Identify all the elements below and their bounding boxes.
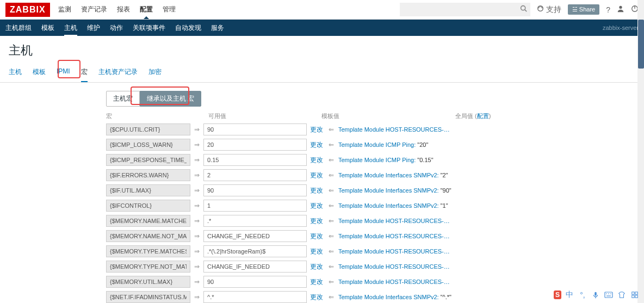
macro-name-input[interactable] bbox=[106, 139, 190, 151]
arrow-left-icon: ⇐ bbox=[329, 141, 335, 149]
macro-name-input[interactable] bbox=[106, 215, 190, 227]
topnav-item-3[interactable]: 配置 bbox=[140, 1, 153, 18]
template-link[interactable]: Template Module Interfaces SNMPv2: "90" bbox=[338, 187, 451, 194]
change-link[interactable]: 更改 bbox=[310, 217, 325, 226]
arrow-left-icon: ⇐ bbox=[329, 171, 335, 179]
ime-skin-icon[interactable] bbox=[617, 290, 627, 300]
help-icon[interactable]: ? bbox=[606, 5, 610, 14]
subnav-item-4[interactable]: 动作 bbox=[110, 20, 123, 36]
tab-5[interactable]: 加密 bbox=[148, 63, 162, 82]
template-link[interactable]: Template Module Interfaces SNMPv2: "1" bbox=[338, 202, 448, 209]
change-link[interactable]: 更改 bbox=[310, 171, 325, 180]
template-link[interactable]: Template Module Interfaces SNMPv2: "^.*" bbox=[338, 294, 451, 300]
subnav-item-2[interactable]: 主机 bbox=[64, 20, 77, 36]
subnav-item-3[interactable]: 维护 bbox=[87, 20, 100, 36]
ime-badge[interactable]: S bbox=[554, 290, 561, 299]
change-link[interactable]: 更改 bbox=[310, 247, 325, 256]
tab-3[interactable]: 宏 bbox=[81, 63, 88, 82]
toggle-host-macros[interactable]: 主机宏 bbox=[106, 91, 140, 107]
template-link[interactable]: Template Module HOST-RESOURCES-MIB ... bbox=[338, 279, 453, 285]
tab-2[interactable]: IPMI bbox=[57, 63, 70, 82]
logo[interactable]: ZABBIX bbox=[5, 3, 50, 17]
macro-value-input[interactable] bbox=[203, 276, 307, 288]
svg-point-0 bbox=[521, 6, 525, 10]
config-link[interactable]: 配置 bbox=[477, 113, 489, 119]
macro-name-input[interactable] bbox=[106, 291, 190, 303]
tab-4[interactable]: 主机资产记录 bbox=[98, 63, 138, 82]
change-link[interactable]: 更改 bbox=[310, 277, 325, 287]
change-link[interactable]: 更改 bbox=[310, 262, 325, 271]
macro-name-input[interactable] bbox=[106, 230, 190, 242]
ime-toolbar: S 中 °, bbox=[554, 290, 640, 300]
change-link[interactable]: 更改 bbox=[310, 232, 325, 241]
ime-punct[interactable]: °, bbox=[578, 290, 587, 300]
topnav-item-1[interactable]: 资产记录 bbox=[81, 1, 107, 18]
change-link[interactable]: 更改 bbox=[310, 201, 325, 211]
arrow-left-icon: ⇐ bbox=[329, 202, 335, 209]
macro-row: ⇒更改⇐Template Module ICMP Ping: "0.15" bbox=[106, 154, 635, 166]
macro-name-input[interactable] bbox=[106, 169, 190, 181]
template-link[interactable]: Template Module HOST-RESOURCES-MIB ... bbox=[338, 233, 453, 239]
ime-keyboard-icon[interactable] bbox=[604, 290, 614, 300]
macro-value-input[interactable] bbox=[203, 245, 307, 257]
macro-value-input[interactable] bbox=[203, 154, 307, 166]
macro-name-input[interactable] bbox=[106, 276, 190, 288]
topnav-item-0[interactable]: 监测 bbox=[58, 1, 71, 18]
template-link[interactable]: Template Module HOST-RESOURCES-MIB ... bbox=[338, 248, 453, 255]
macro-value-input[interactable] bbox=[203, 184, 307, 196]
template-link[interactable]: Template Module ICMP Ping: "0.15" bbox=[338, 157, 434, 163]
template-link[interactable]: Template Module HOST-RESOURCES-MIB ... bbox=[338, 126, 453, 133]
arrow-icon: ⇒ bbox=[194, 278, 200, 286]
template-link[interactable]: Template Module Interfaces SNMPv2: "2" bbox=[338, 172, 448, 178]
scrollbar-track[interactable] bbox=[637, 0, 644, 303]
macro-name-input[interactable] bbox=[106, 200, 190, 212]
macro-value-input[interactable] bbox=[203, 123, 307, 135]
share-button[interactable]: ☱ Share bbox=[568, 4, 599, 15]
macro-value-input[interactable] bbox=[203, 261, 307, 273]
macro-row: ⇒更改⇐Template Module HOST-RESOURCES-MIB .… bbox=[106, 261, 635, 273]
macro-value-input[interactable] bbox=[203, 200, 307, 212]
support-link[interactable]: 支持 bbox=[537, 5, 561, 15]
subnav-item-5[interactable]: 关联项事件 bbox=[133, 20, 165, 36]
tab-1[interactable]: 模板 bbox=[33, 63, 46, 82]
macro-value-input[interactable] bbox=[203, 139, 307, 151]
template-link[interactable]: Template Module HOST-RESOURCES-MIB ... bbox=[338, 218, 453, 224]
arrow-icon: ⇒ bbox=[194, 187, 200, 194]
svg-point-3 bbox=[619, 6, 622, 9]
ime-mic-icon[interactable] bbox=[591, 290, 600, 300]
scrollbar-thumb[interactable] bbox=[638, 20, 644, 69]
macro-row: ⇒更改⇐Template Module Interfaces SNMPv2: "… bbox=[106, 200, 635, 212]
subnav-item-1[interactable]: 模板 bbox=[41, 20, 54, 36]
toggle-inherited-macros[interactable]: 继承以及主机 宏 bbox=[140, 91, 201, 107]
tab-0[interactable]: 主机 bbox=[9, 63, 22, 82]
user-icon[interactable] bbox=[617, 5, 624, 14]
topnav-item-4[interactable]: 管理 bbox=[163, 1, 176, 18]
macro-value-input[interactable] bbox=[203, 169, 307, 181]
macro-name-input[interactable] bbox=[106, 184, 190, 196]
ime-lang[interactable]: 中 bbox=[565, 290, 574, 300]
search-input[interactable] bbox=[400, 3, 530, 16]
change-link[interactable]: 更改 bbox=[310, 140, 325, 150]
topnav-item-2[interactable]: 报表 bbox=[117, 1, 130, 18]
subnav-item-0[interactable]: 主机群组 bbox=[5, 20, 32, 36]
ime-tool-icon[interactable] bbox=[630, 290, 640, 300]
template-link[interactable]: Template Module HOST-RESOURCES-MIB ... bbox=[338, 263, 453, 270]
arrow-left-icon: ⇐ bbox=[329, 248, 335, 255]
macro-value-input[interactable] bbox=[203, 230, 307, 242]
subnav: 主机群组模板主机维护动作关联项事件自动发现服务 zabbix-server bbox=[0, 20, 644, 36]
subnav-item-6[interactable]: 自动发现 bbox=[175, 20, 201, 36]
header-template: 模板值 bbox=[321, 112, 451, 120]
change-link[interactable]: 更改 bbox=[310, 293, 325, 302]
change-link[interactable]: 更改 bbox=[310, 125, 325, 134]
change-link[interactable]: 更改 bbox=[310, 156, 325, 165]
subnav-item-7[interactable]: 服务 bbox=[211, 20, 224, 36]
macro-name-input[interactable] bbox=[106, 245, 190, 257]
macro-name-input[interactable] bbox=[106, 261, 190, 273]
macro-name-input[interactable] bbox=[106, 123, 190, 135]
search-icon[interactable] bbox=[520, 5, 527, 14]
template-link[interactable]: Template Module ICMP Ping: "20" bbox=[338, 141, 428, 148]
macro-value-input[interactable] bbox=[203, 291, 307, 303]
macro-name-input[interactable] bbox=[106, 154, 190, 166]
macro-value-input[interactable] bbox=[203, 215, 307, 227]
change-link[interactable]: 更改 bbox=[310, 186, 325, 195]
